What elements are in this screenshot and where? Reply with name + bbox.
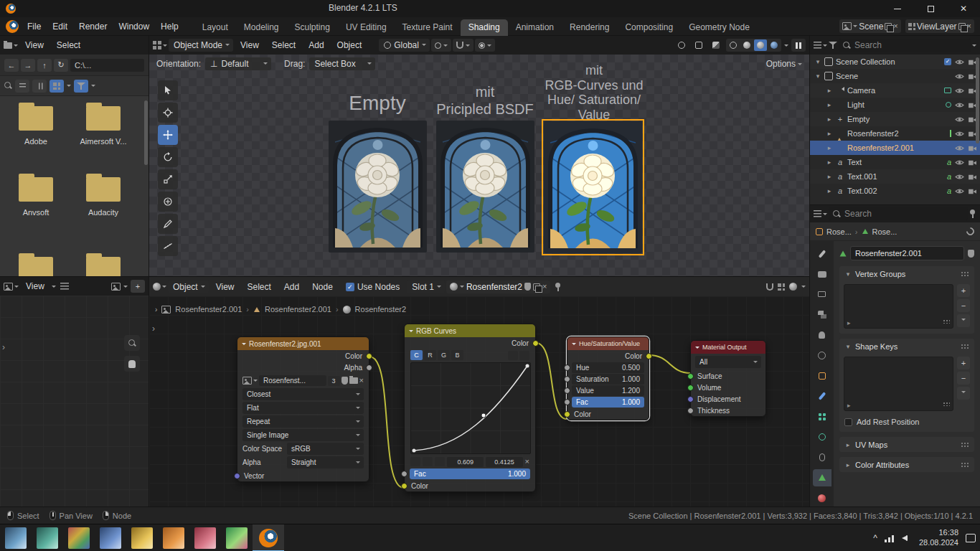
disclosure-triangle-icon[interactable]: ▸ [826, 130, 833, 137]
disclosure-triangle-icon[interactable]: ▸ [826, 116, 833, 123]
node-canvas[interactable]: › › Rosenfenster2.001 › Rosenfenster2.00… [149, 296, 809, 507]
move-tool-icon[interactable] [158, 125, 178, 145]
value-slider[interactable]: Value1.200 [572, 385, 644, 396]
shape-keys-list[interactable]: ▸ [844, 357, 953, 411]
hue-input-socket[interactable] [564, 364, 570, 371]
saturation-input-socket[interactable] [564, 376, 570, 382]
outliner-row-text-001[interactable]: ▸ a Text.001 a [810, 169, 980, 184]
tab-geometry-node[interactable]: Geometry Node [681, 19, 758, 36]
image-editor-canvas[interactable]: › [0, 296, 149, 507]
shader-type-select[interactable]: Object [168, 281, 209, 293]
hide-in-viewport-icon[interactable] [955, 143, 964, 153]
scale-tool-icon[interactable] [158, 169, 178, 189]
panel-drag-grip[interactable] [961, 271, 969, 277]
alpha-mode-select[interactable]: Straight [287, 456, 364, 468]
hue-saturation-value-node[interactable]: Hue/Saturation/Value Color Hue0.500 Satu… [567, 336, 649, 420]
network-icon[interactable] [885, 534, 895, 542]
material-output-node[interactable]: Material Output All Surface Volume Displ… [690, 340, 766, 417]
properties-pin-icon[interactable] [969, 209, 976, 218]
viewport-editor-icon[interactable] [153, 41, 161, 50]
add-rest-position-row[interactable]: Add Rest Position [839, 418, 974, 432]
panel-drag-grip[interactable] [961, 442, 969, 448]
add-shape-key-button[interactable]: + [957, 357, 970, 369]
tab-rendering[interactable]: Rendering [562, 19, 617, 36]
point-x-field[interactable]: 0.609 [447, 457, 484, 467]
outliner-row-text[interactable]: ▸ a Text a [810, 155, 980, 169]
disclosure-triangle-icon[interactable]: ▸ [826, 159, 833, 166]
refresh-button[interactable]: ↻ [54, 59, 68, 72]
panel-drag-grip[interactable] [961, 344, 969, 349]
folder-item-partial[interactable] [72, 257, 135, 276]
options-button[interactable]: Options [766, 59, 802, 69]
zoom-in-icon[interactable] [508, 351, 518, 360]
filter-chevron-icon[interactable] [91, 85, 95, 89]
remove-vertex-group-button[interactable]: − [957, 299, 970, 312]
point-y-field[interactable]: 0.4125 [486, 457, 522, 467]
menu-help[interactable]: Help [155, 19, 184, 34]
disclosure-triangle-icon[interactable]: ▸ [826, 101, 833, 108]
list-filter-toggle-icon[interactable]: ▸ [847, 402, 851, 409]
menu-file[interactable]: File [22, 19, 47, 34]
extension-select[interactable]: Repeat [242, 415, 364, 428]
measure-tool-icon[interactable] [158, 236, 178, 256]
node-menu-node[interactable]: Node [306, 280, 339, 294]
delete-point-icon[interactable]: × [525, 458, 529, 466]
color-input-socket[interactable] [401, 483, 407, 489]
fac-input-socket[interactable] [564, 399, 570, 405]
file-browser-menu-view[interactable]: View [19, 38, 50, 52]
outliner-row-text-002[interactable]: ▸ a Text.002 a [810, 184, 980, 198]
proportional-editing-button[interactable] [475, 39, 495, 52]
disable-in-renders-icon[interactable] [968, 187, 977, 196]
channel-c-button[interactable]: C [410, 350, 423, 360]
taskbar-app-6[interactable] [158, 524, 189, 551]
disable-in-renders-icon[interactable] [968, 158, 977, 167]
target-select[interactable]: All [695, 356, 761, 368]
disable-in-renders-icon[interactable] [968, 143, 977, 153]
node-snapping-icon[interactable] [766, 283, 773, 291]
outliner-row-rosenfenster2[interactable]: ▸ Rosenfenster2 [810, 126, 980, 141]
hide-in-viewport-icon[interactable] [955, 172, 964, 182]
path-field[interactable]: C:\... [70, 59, 144, 72]
users-count-button[interactable]: 3 [328, 376, 340, 386]
pause-preview-button[interactable] [791, 39, 806, 52]
interpolation-select[interactable]: Closest [242, 388, 364, 400]
editor-menu-icon[interactable] [60, 283, 69, 290]
handle-vector-icon[interactable] [423, 457, 433, 466]
properties-editor-icon[interactable] [814, 210, 821, 217]
source-select[interactable]: Single Image [242, 429, 364, 441]
color-space-select[interactable]: sRGB [287, 443, 364, 455]
uv-maps-panel-header[interactable]: ▸UV Maps [839, 437, 974, 452]
outliner-options-chevron-icon[interactable] [972, 44, 976, 49]
tab-world[interactable] [813, 347, 831, 364]
channel-g-button[interactable]: G [438, 350, 450, 360]
alpha-output-socket[interactable] [366, 364, 372, 371]
search-icon[interactable] [4, 82, 12, 90]
node-preview-icon[interactable] [789, 283, 797, 291]
forward-button[interactable]: → [21, 59, 35, 72]
outliner-row-light[interactable]: ▸ Light [810, 98, 980, 112]
show-overlays-icon[interactable] [692, 39, 706, 52]
stained-glass-window-empty[interactable] [329, 121, 427, 253]
tray-hidden-icons-chevron[interactable]: ^ [873, 533, 877, 543]
outliner-scrollbar[interactable] [976, 57, 979, 143]
value-input-socket[interactable] [564, 387, 570, 394]
material-id-widget[interactable]: Rosenfenster2 × [446, 281, 550, 293]
tab-constraints[interactable] [813, 449, 831, 466]
tab-texture-paint[interactable]: Texture Paint [395, 19, 461, 36]
fake-user-icon[interactable] [968, 250, 974, 258]
taskbar-app-7[interactable] [189, 524, 221, 551]
tab-modeling[interactable]: Modeling [236, 19, 287, 36]
outliner-row-empty[interactable]: ▸ + Empty [810, 112, 980, 126]
outliner-editor-icon[interactable] [814, 42, 821, 49]
fac-input-socket[interactable] [401, 471, 407, 477]
select-box-tool-icon[interactable] [158, 80, 178, 100]
image-name-field[interactable]: Rosenfenst... [259, 375, 326, 386]
saturation-slider[interactable]: Saturation1.000 [572, 374, 644, 385]
shading-options-chevron-icon[interactable] [784, 44, 788, 49]
collection-checkbox[interactable]: ✓ [944, 58, 951, 65]
tab-object-data[interactable] [813, 469, 831, 486]
disclosure-triangle-icon[interactable]: ▸ [826, 187, 833, 194]
taskbar-app-3[interactable] [63, 524, 95, 551]
taskbar-blender-button[interactable] [253, 524, 284, 551]
view-layer-selector[interactable]: ViewLayer × [905, 19, 974, 33]
